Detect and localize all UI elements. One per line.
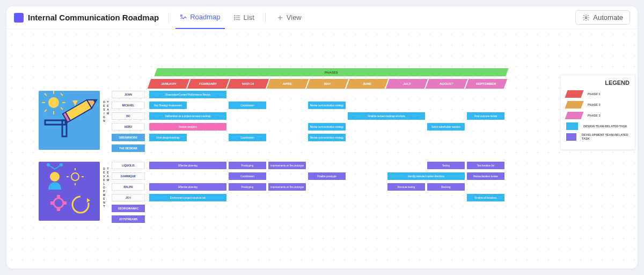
task-bar[interactable]: Prototyping (229, 183, 266, 191)
task-bar[interactable]: Coordination (229, 102, 266, 109)
task-bar[interactable]: Effective planning (149, 162, 226, 169)
dev-illustration-icon (39, 162, 100, 221)
tab-roadmap[interactable]: Roadmap (175, 6, 224, 29)
task-bar[interactable]: Final design/roadmap (149, 134, 187, 141)
tab-label: List (244, 13, 254, 21)
whiteboard-canvas[interactable]: LEGEND PHASE 1PHASE 2PHASE 3DESIGN TEAM-… (6, 29, 638, 269)
svg-rect-21 (62, 120, 67, 136)
legend-label: PHASE 1 (588, 92, 601, 96)
person-name: RALPH (112, 183, 145, 191)
svg-point-31 (71, 173, 79, 180)
task-bar[interactable]: Solicit stakeholder reaction (427, 123, 465, 131)
person-name: HERO (112, 123, 145, 131)
design-names-column: JOHNMICHAELBOHERODREAMWORKTHE DESIGNS (112, 91, 145, 155)
task-bar[interactable]: Revise communication strategy (308, 102, 346, 109)
automate-icon (582, 14, 590, 21)
task-bar[interactable]: Improvements on the prototype (268, 183, 306, 191)
design-team-card (39, 91, 100, 150)
tab-add-view[interactable]: View (272, 6, 306, 29)
legend-item: PHASE 2 (566, 101, 630, 108)
person-name: DREAMWORK (112, 134, 145, 141)
task-bar[interactable]: Improvements on the prototype (268, 162, 306, 169)
svg-point-10 (48, 97, 59, 108)
automate-button[interactable]: Automate (575, 10, 630, 25)
task-bar[interactable]: Revising (427, 183, 465, 191)
task-bar[interactable]: Revise communication strategy (308, 134, 346, 141)
legend-label: PHASE 3 (588, 114, 601, 118)
task-bar[interactable]: Key Strategy Assessment (149, 102, 187, 109)
task-bar[interactable]: Environment project structure tab (149, 194, 226, 201)
month-header: JANUARY (148, 79, 190, 89)
person-name: MICHAEL (112, 102, 145, 109)
task-track: Review analyticsRevise communication str… (149, 123, 509, 131)
dev-team-vlabel: DEVELOPMENT TEAM (102, 167, 109, 208)
page-title: Internal Communication Roadmap (28, 13, 159, 22)
legend-panel: LEGEND PHASE 1PHASE 2PHASE 3DESIGN TEAM-… (560, 75, 635, 150)
task-track: Effective planningPrototypingImprovement… (149, 183, 509, 191)
svg-line-17 (45, 110, 47, 112)
dev-names-column: LIQUOLISDAMMIQUERALPHJOYGEORGINAMACJOYST… (112, 162, 145, 226)
automate-label: Automate (593, 13, 623, 21)
task-track: Effective planningPrototypingImprovement… (149, 162, 509, 169)
svg-point-30 (60, 163, 63, 167)
svg-marker-42 (87, 198, 90, 202)
task-track: Key Strategy AssessmentCoordinationRevis… (149, 102, 509, 109)
task-bar[interactable]: Test iteration list (467, 162, 504, 169)
dev-team-card (39, 162, 100, 221)
task-bar[interactable]: Structure testing (387, 183, 425, 191)
dev-tasks-grid: Effective planningPrototypingImprovement… (149, 162, 509, 226)
task-bar[interactable]: Effective planning (149, 183, 226, 191)
task-bar[interactable]: Finalize revised roadmap structure (348, 112, 425, 120)
month-header: JULY (386, 79, 428, 89)
person-name: THE DESIGNS (112, 144, 145, 152)
month-header: MAY (306, 79, 349, 89)
tab-label: Roadmap (190, 13, 220, 21)
app-window: Internal Communication Roadmap Roadmap L… (6, 6, 638, 269)
months-row: JANUARYFEBRUARYMARCHAPRILMAYJUNEJULYAUGU… (149, 79, 507, 89)
legend-swatch (565, 90, 583, 98)
person-name: JOY (112, 194, 145, 201)
task-bar[interactable]: Identify intended market directions (387, 172, 465, 180)
task-bar[interactable]: Review analytics (149, 123, 226, 131)
month-header: APRIL (267, 79, 309, 89)
legend-label: DEVELOPMENT TEAM-RELATED TASK (582, 133, 630, 140)
legend-label: PHASE 2 (588, 103, 601, 107)
legend-item: DEVELOPMENT TEAM-RELATED TASK (566, 133, 630, 141)
svg-point-29 (47, 163, 50, 167)
svg-rect-0 (181, 15, 182, 16)
task-bar[interactable]: Coordination (229, 134, 266, 141)
design-tasks-grid: Observation/Content Performance ReviewKe… (149, 91, 509, 155)
task-bar[interactable]: Finalize all iterations (467, 194, 504, 201)
task-bar[interactable]: Final outcome review (467, 112, 504, 120)
task-bar[interactable]: Prototyping (229, 162, 266, 169)
svg-line-18 (61, 93, 63, 96)
svg-rect-39 (50, 201, 54, 205)
task-bar[interactable]: Deliberation as a project-focused roadma… (149, 112, 226, 120)
svg-point-4 (234, 15, 235, 16)
person-name: DAMMIQUE (112, 172, 145, 180)
task-bar[interactable]: Revise communication strategy (308, 123, 346, 131)
task-track: Observation/Content Performance Review (149, 91, 509, 98)
task-bar[interactable]: Coordination (229, 172, 266, 180)
legend-item: PHASE 3 (566, 112, 630, 119)
task-bar[interactable]: Testing (427, 162, 465, 169)
legend-title: LEGEND (566, 79, 630, 86)
task-track (149, 215, 509, 223)
task-bar[interactable]: Observation/Content Performance Review (149, 91, 226, 98)
svg-point-36 (54, 198, 63, 208)
tab-list[interactable]: List (229, 6, 259, 29)
svg-rect-22 (65, 100, 92, 121)
legend-swatch (565, 112, 583, 119)
task-bar[interactable]: Finalize prototype (308, 172, 346, 180)
task-bar[interactable]: Revise iteration review (467, 172, 504, 180)
phases-band: PHASES (154, 68, 508, 76)
task-track (149, 144, 509, 152)
svg-rect-37 (57, 195, 60, 198)
roadmap-icon (180, 13, 187, 21)
design-illustration-icon (39, 91, 100, 150)
legend-swatch (566, 122, 578, 130)
plus-icon (276, 14, 284, 21)
month-header: SEPTEMBER (465, 79, 508, 89)
design-team-vlabel: DESIGN TEAM (102, 100, 109, 123)
month-header: AUGUST (426, 79, 468, 89)
